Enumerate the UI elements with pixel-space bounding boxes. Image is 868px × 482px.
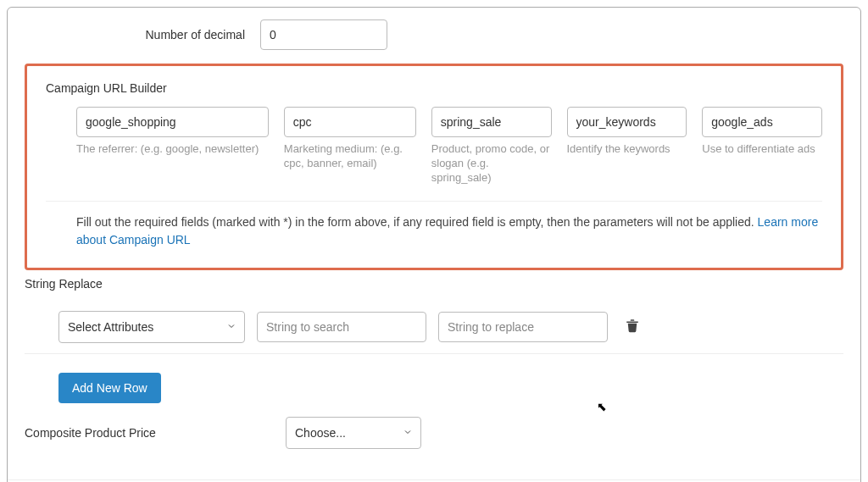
utm-term-hint: Identify the keywords [567, 142, 687, 157]
decimal-label: Number of decimal [25, 28, 245, 42]
utm-medium-input[interactable] [284, 107, 416, 137]
string-replace-input[interactable] [438, 312, 608, 342]
string-replace-title: String Replace [25, 277, 843, 291]
utm-content-hint: Use to differentiate ads [702, 142, 822, 157]
decimal-row: Number of decimal [25, 9, 843, 60]
decimal-input[interactable] [260, 19, 387, 50]
campaign-notice: Fill out the required fields (marked wit… [46, 213, 822, 249]
utm-medium-hint: Marketing medium: (e.g. cpc, banner, ema… [284, 142, 416, 171]
settings-panel: Number of decimal Campaign URL Builder T… [7, 7, 861, 482]
composite-price-select[interactable]: Choose... [286, 417, 421, 449]
string-replace-row: Select Attributes [25, 302, 843, 343]
utm-source-hint: The referrer: (e.g. google, newsletter) [76, 142, 269, 157]
string-search-input[interactable] [257, 312, 426, 342]
select-attributes-dropdown[interactable]: Select Attributes [58, 311, 245, 343]
utm-term-input[interactable] [567, 107, 687, 137]
add-new-row-button[interactable]: Add New Row [58, 373, 161, 403]
composite-price-row: Composite Product Price Choose... [25, 403, 843, 469]
divider [25, 353, 843, 354]
campaign-url-builder-box: Campaign URL Builder The referrer: (e.g.… [25, 64, 843, 270]
utm-name-hint: Product, promo code, or slogan (e.g. spr… [431, 142, 552, 186]
utm-source-input[interactable] [76, 107, 269, 137]
divider [46, 201, 822, 202]
campaign-notice-text: Fill out the required fields (marked wit… [76, 215, 758, 229]
campaign-title: Campaign URL Builder [46, 81, 822, 95]
utm-name-input[interactable] [431, 107, 552, 137]
composite-price-label: Composite Product Price [25, 426, 270, 440]
utm-content-input[interactable] [702, 107, 822, 137]
utm-fields-row: The referrer: (e.g. google, newsletter) … [46, 107, 822, 186]
trash-icon[interactable] [620, 318, 645, 335]
